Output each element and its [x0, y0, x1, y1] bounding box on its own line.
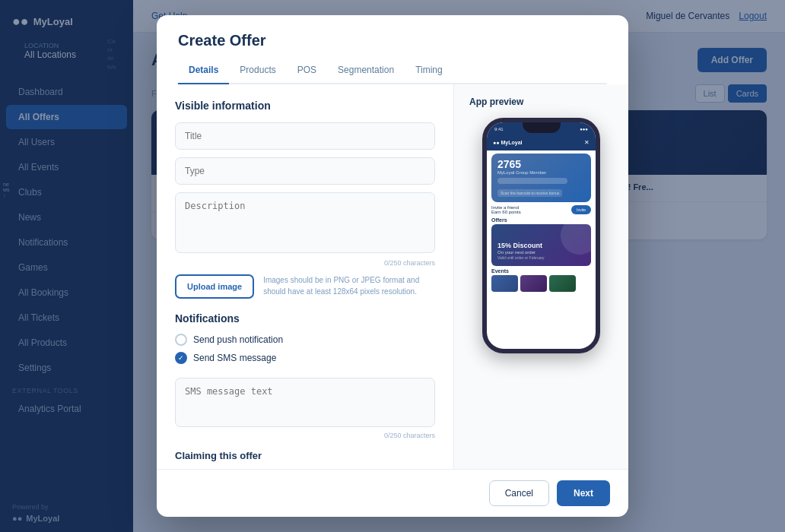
description-textarea[interactable]	[175, 192, 435, 253]
phone-time: 9:41	[494, 127, 504, 131]
notifications-title: Notifications	[175, 312, 435, 325]
phone-points-number: 2765	[497, 158, 585, 170]
phone-screen: 9:41 ●●● ●● MyLoyal ✕ 2765	[487, 122, 596, 349]
tab-pos[interactable]: POS	[287, 60, 327, 84]
phone-invite-points: Earn 60 points	[491, 210, 521, 214]
phone-events-label: Events	[491, 268, 591, 274]
phone-invite-row: Invite a friend Earn 60 points Invite	[491, 205, 591, 214]
push-label: Send push notification	[193, 334, 283, 345]
phone-frame: 9:41 ●●● ●● MyLoyal ✕ 2765	[482, 118, 600, 353]
push-notification-row: Send push notification	[175, 334, 435, 346]
phone-offer-validity: Valid until order or February	[497, 255, 545, 260]
phone-offer-subtitle: On your next order	[497, 250, 545, 255]
sms-checkbox[interactable]	[175, 352, 187, 364]
phone-events-row	[491, 275, 591, 292]
phone-event-thumb	[549, 275, 576, 292]
phone-offer-circle	[561, 224, 591, 255]
modal-body: Visible information 0/250 characters Upl…	[157, 84, 628, 469]
modal-form: Visible information 0/250 characters Upl…	[157, 84, 453, 469]
tab-products[interactable]: Products	[229, 60, 286, 84]
claiming-section-title: Claiming this offer	[175, 450, 435, 461]
phone-offers-label: Offers	[491, 217, 591, 223]
phone-offer-info: 15% Discount On your next order Valid un…	[497, 242, 545, 260]
create-offer-modal: Create Offer Details Products POS Segmen…	[157, 15, 628, 517]
type-input[interactable]	[175, 157, 435, 185]
sms-char-count: 0/250 characters	[175, 432, 435, 439]
phone-invite-button: Invite	[571, 205, 591, 214]
tab-details[interactable]: Details	[178, 60, 229, 84]
upload-row: Upload image Images should be in PNG or …	[175, 274, 435, 299]
phone-logo-icon: ●●	[493, 140, 499, 145]
sms-label: Send SMS message	[193, 353, 276, 363]
phone-barcode	[497, 178, 567, 184]
phone-event-thumb	[520, 275, 547, 292]
modal-header: Create Offer Details Products POS Segmen…	[157, 15, 628, 84]
cancel-button[interactable]: Cancel	[489, 480, 549, 506]
modal-overlay: Create Offer Details Products POS Segmen…	[0, 0, 785, 532]
visible-info-title: Visible information	[175, 100, 435, 112]
desc-char-count: 0/250 characters	[175, 259, 435, 267]
phone-signal: ●●●	[580, 127, 588, 131]
modal-footer: Cancel Next	[157, 469, 628, 517]
tab-segmentation[interactable]: Segmentation	[327, 60, 405, 84]
modal-title: Create Offer	[178, 32, 607, 49]
next-button[interactable]: Next	[557, 480, 610, 506]
preview-label: App preview	[469, 97, 523, 107]
phone-points-label: MyLoyal Group Member	[497, 170, 585, 175]
app-preview: App preview 9:41 ●●● ●● MyLoyal	[453, 84, 628, 469]
phone-points-card: 2765 MyLoyal Group Member Scan the barco…	[491, 154, 591, 202]
phone-app-logo: ●● MyLoyal	[493, 140, 522, 145]
phone-invite-info: Invite a friend Earn 60 points	[491, 205, 521, 214]
title-input[interactable]	[175, 122, 435, 150]
phone-barcode-hint: Scan the barcode to receive bonus	[497, 189, 562, 197]
push-checkbox[interactable]	[175, 334, 187, 346]
phone-offer-card: 15% Discount On your next order Valid un…	[491, 224, 591, 266]
sms-message-row: Send SMS message	[175, 352, 435, 364]
phone-app-header: ●● MyLoyal ✕	[487, 136, 596, 150]
phone-logo-text: MyLoyal	[501, 140, 522, 145]
tab-timing[interactable]: Timing	[405, 60, 453, 84]
modal-tabs: Details Products POS Segmentation Timing	[178, 60, 607, 84]
phone-notch	[523, 122, 561, 133]
phone-close-icon: ✕	[584, 139, 590, 146]
phone-offer-title: 15% Discount	[497, 242, 545, 250]
sms-textarea[interactable]	[175, 378, 435, 427]
phone-event-thumb	[491, 275, 518, 292]
upload-hint: Images should be in PNG or JPEG format a…	[263, 274, 435, 297]
upload-image-button[interactable]: Upload image	[175, 274, 254, 299]
